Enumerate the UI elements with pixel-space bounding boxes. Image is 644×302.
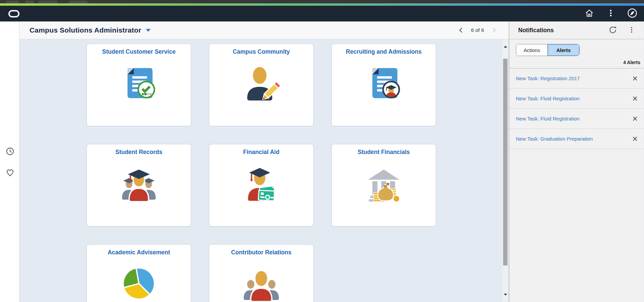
- tile-title: Academic Advisement: [108, 249, 170, 256]
- page-body: Campus Solutions Administrator 6 of 6: [0, 21, 644, 302]
- browser-tab-shape: [25, 1, 34, 3]
- left-rail: [0, 21, 19, 302]
- refresh-icon: [608, 26, 617, 35]
- theme-gradient-strip: [0, 3, 644, 6]
- alert-list: New Task: Registration 2017 × New Task: …: [509, 68, 644, 149]
- homepage-banner: Campus Solutions Administrator 6 of 6: [19, 21, 509, 39]
- scroll-up-button[interactable]: [502, 40, 508, 46]
- document-check-icon: [120, 64, 158, 102]
- recents-button[interactable]: [6, 147, 14, 156]
- document-graduate-icon: [365, 64, 402, 102]
- tile-title: Financial Aid: [243, 149, 279, 156]
- browser-tab-shape: [69, 1, 88, 3]
- tile-financial-aid[interactable]: Financial Aid: [209, 144, 314, 226]
- alert-link[interactable]: New Task: Fluid Registration: [516, 96, 630, 101]
- alert-link[interactable]: New Task: Fluid Registration: [516, 116, 630, 121]
- actions-alerts-toggle: Actions Alerts: [516, 44, 580, 56]
- tab-actions[interactable]: Actions: [516, 44, 548, 56]
- people-group-icon: [243, 265, 280, 302]
- pagination-label: 6 of 6: [471, 27, 484, 33]
- tile-recruiting-and-admissions[interactable]: Recruiting and Admissions: [331, 44, 436, 126]
- alert-row: New Task: Graduation Preparation ×: [509, 129, 644, 149]
- notifications-tabs: Actions Alerts: [509, 39, 644, 56]
- vertical-scrollbar[interactable]: [502, 39, 508, 302]
- heart-icon: [6, 173, 14, 178]
- alert-link[interactable]: New Task: Graduation Preparation: [516, 136, 630, 142]
- alert-dismiss-button[interactable]: ×: [630, 136, 640, 142]
- tile-area: Student Customer Service: [19, 39, 509, 302]
- actions-list-icon: [606, 9, 615, 18]
- notifications-header: Notifications: [509, 21, 644, 39]
- navbar-compass-icon: [627, 8, 637, 19]
- alert-dismiss-button[interactable]: ×: [630, 75, 640, 82]
- clock-icon: [6, 152, 14, 157]
- tile-student-customer-service[interactable]: Student Customer Service: [87, 44, 191, 126]
- triangle-down-icon: [504, 294, 507, 301]
- tile-title: Student Customer Service: [102, 48, 176, 55]
- alert-dismiss-button[interactable]: ×: [630, 95, 640, 102]
- alert-row: New Task: Fluid Registration ×: [509, 89, 644, 109]
- browser-tab-shape: [6, 1, 19, 3]
- alert-dismiss-button[interactable]: ×: [630, 115, 640, 122]
- graduates-group-icon: [120, 164, 158, 202]
- browser-tab-shape: [39, 1, 57, 3]
- alert-row: New Task: Registration 2017 ×: [509, 68, 644, 89]
- tile-title: Campus Community: [233, 48, 290, 55]
- navbar-button[interactable]: [627, 9, 637, 19]
- page-title: Campus Solutions Administrator: [30, 26, 141, 34]
- alert-row: New Task: Fluid Registration ×: [509, 109, 644, 129]
- tile-title: Student Financials: [358, 149, 410, 156]
- notifications-more-button[interactable]: [627, 26, 636, 35]
- notifications-panel: Notifications: [509, 21, 644, 302]
- tile-title: Recruiting and Admissions: [346, 48, 422, 55]
- tile-academic-advisement[interactable]: Academic Advisement: [87, 244, 191, 302]
- pie-chart-icon: [120, 265, 158, 302]
- person-pencil-icon: [243, 64, 280, 102]
- oracle-logo: [8, 10, 19, 17]
- notifications-header-buttons: [608, 26, 636, 35]
- scroll-down-button[interactable]: [502, 295, 508, 301]
- homepage-dropdown-caret-icon[interactable]: [146, 29, 151, 32]
- refresh-button[interactable]: [608, 26, 618, 35]
- app-header: [0, 6, 644, 21]
- home-button[interactable]: [584, 9, 594, 19]
- tile-campus-community[interactable]: Campus Community: [209, 44, 314, 126]
- screen: Campus Solutions Administrator 6 of 6: [0, 0, 644, 302]
- homepage-pagination: 6 of 6: [458, 27, 497, 34]
- favorites-button[interactable]: [6, 168, 14, 177]
- alerts-count: 4 Alerts: [509, 56, 644, 68]
- homepage-main: Campus Solutions Administrator 6 of 6: [19, 21, 509, 302]
- next-homepage-button[interactable]: [491, 27, 497, 34]
- home-icon: [585, 8, 594, 19]
- actions-list-button[interactable]: [606, 9, 616, 19]
- tile-student-records[interactable]: Student Records: [87, 144, 191, 226]
- scrollbar-thumb[interactable]: [503, 59, 507, 265]
- triangle-up-icon: [504, 41, 507, 48]
- tile-student-financials[interactable]: Student Financials: [331, 144, 436, 226]
- prev-homepage-button[interactable]: [458, 27, 464, 34]
- tile-grid: Student Customer Service: [87, 44, 436, 302]
- alert-link[interactable]: New Task: Registration 2017: [516, 76, 630, 81]
- tile-title: Student Records: [115, 149, 162, 156]
- tab-alerts[interactable]: Alerts: [548, 44, 579, 56]
- tile-contributor-relations[interactable]: Contributor Relations: [209, 244, 314, 302]
- notifications-title: Notifications: [518, 27, 554, 34]
- header-icons: [584, 9, 644, 19]
- vertical-ellipsis-icon: [628, 26, 635, 35]
- tile-title: Contributor Relations: [231, 249, 291, 256]
- graduate-cards-icon: [243, 164, 280, 202]
- bank-money-icon: [365, 164, 402, 202]
- browser-chrome-strip: [0, 0, 644, 3]
